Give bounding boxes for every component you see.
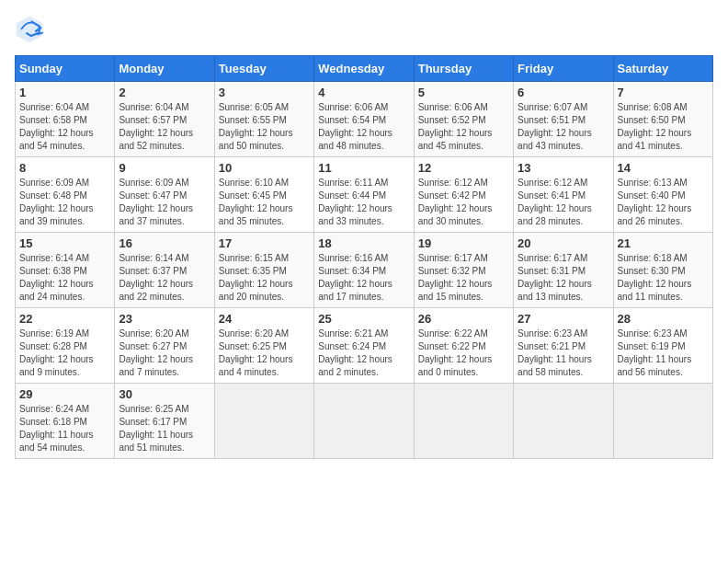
calendar-cell xyxy=(214,384,313,459)
day-info: Sunrise: 6:06 AMSunset: 6:54 PMDaylight:… xyxy=(318,101,409,153)
day-info: Sunrise: 6:14 AMSunset: 6:37 PMDaylight:… xyxy=(119,252,210,304)
calendar-cell: 10 Sunrise: 6:10 AMSunset: 6:45 PMDaylig… xyxy=(214,157,313,233)
day-info: Sunrise: 6:09 AMSunset: 6:48 PMDaylight:… xyxy=(19,177,110,228)
calendar-cell: 11 Sunrise: 6:11 AMSunset: 6:44 PMDaylig… xyxy=(314,157,414,233)
day-number: 15 xyxy=(19,236,110,250)
calendar-cell: 8 Sunrise: 6:09 AMSunset: 6:48 PMDayligh… xyxy=(16,157,115,233)
day-number: 12 xyxy=(418,161,509,175)
logo xyxy=(15,15,48,44)
day-number: 1 xyxy=(19,86,110,99)
day-header: Tuesday xyxy=(214,56,313,82)
day-info: Sunrise: 6:13 AMSunset: 6:40 PMDaylight:… xyxy=(618,177,709,228)
day-number: 19 xyxy=(418,236,509,250)
calendar-cell: 1 Sunrise: 6:04 AMSunset: 6:58 PMDayligh… xyxy=(16,82,115,157)
day-info: Sunrise: 6:22 AMSunset: 6:22 PMDaylight:… xyxy=(418,327,509,379)
day-number: 16 xyxy=(119,236,210,250)
calendar-cell: 3 Sunrise: 6:05 AMSunset: 6:55 PMDayligh… xyxy=(214,82,313,157)
day-info: Sunrise: 6:17 AMSunset: 6:31 PMDaylight:… xyxy=(518,252,609,304)
calendar-cell: 14 Sunrise: 6:13 AMSunset: 6:40 PMDaylig… xyxy=(613,157,712,233)
day-number: 7 xyxy=(618,86,709,99)
calendar-cell: 7 Sunrise: 6:08 AMSunset: 6:50 PMDayligh… xyxy=(613,82,712,157)
day-number: 28 xyxy=(618,312,709,326)
day-info: Sunrise: 6:12 AMSunset: 6:42 PMDaylight:… xyxy=(418,177,509,228)
day-number: 23 xyxy=(119,312,210,326)
calendar-cell: 28 Sunrise: 6:23 AMSunset: 6:19 PMDaylig… xyxy=(613,308,712,384)
day-info: Sunrise: 6:08 AMSunset: 6:50 PMDaylight:… xyxy=(618,101,709,153)
day-number: 10 xyxy=(219,161,310,175)
day-number: 13 xyxy=(518,161,609,175)
calendar-cell: 4 Sunrise: 6:06 AMSunset: 6:54 PMDayligh… xyxy=(314,82,414,157)
day-info: Sunrise: 6:10 AMSunset: 6:45 PMDaylight:… xyxy=(219,177,310,228)
day-info: Sunrise: 6:11 AMSunset: 6:44 PMDaylight:… xyxy=(318,177,409,228)
calendar-cell: 13 Sunrise: 6:12 AMSunset: 6:41 PMDaylig… xyxy=(514,157,613,233)
day-number: 5 xyxy=(418,86,509,99)
day-header: Thursday xyxy=(414,56,513,82)
calendar-cell: 24 Sunrise: 6:20 AMSunset: 6:25 PMDaylig… xyxy=(214,308,313,384)
day-number: 11 xyxy=(318,161,409,175)
day-info: Sunrise: 6:05 AMSunset: 6:55 PMDaylight:… xyxy=(219,101,310,153)
day-header: Saturday xyxy=(613,56,712,82)
calendar-week: 8 Sunrise: 6:09 AMSunset: 6:48 PMDayligh… xyxy=(16,157,713,233)
day-info: Sunrise: 6:21 AMSunset: 6:24 PMDaylight:… xyxy=(318,327,409,379)
day-number: 20 xyxy=(518,236,609,250)
calendar-cell: 15 Sunrise: 6:14 AMSunset: 6:38 PMDaylig… xyxy=(16,233,115,308)
day-number: 6 xyxy=(518,86,609,99)
day-info: Sunrise: 6:16 AMSunset: 6:34 PMDaylight:… xyxy=(318,252,409,304)
header-row: SundayMondayTuesdayWednesdayThursdayFrid… xyxy=(16,56,713,82)
calendar-cell: 19 Sunrise: 6:17 AMSunset: 6:32 PMDaylig… xyxy=(414,233,513,308)
day-info: Sunrise: 6:20 AMSunset: 6:25 PMDaylight:… xyxy=(219,327,310,379)
day-number: 22 xyxy=(19,312,110,326)
day-number: 30 xyxy=(119,387,210,401)
day-number: 26 xyxy=(418,312,509,326)
day-info: Sunrise: 6:06 AMSunset: 6:52 PMDaylight:… xyxy=(418,101,509,153)
day-header: Wednesday xyxy=(314,56,414,82)
day-number: 27 xyxy=(518,312,609,326)
day-info: Sunrise: 6:23 AMSunset: 6:19 PMDaylight:… xyxy=(618,327,709,379)
day-number: 8 xyxy=(19,161,110,175)
day-info: Sunrise: 6:15 AMSunset: 6:35 PMDaylight:… xyxy=(219,252,310,304)
calendar-cell: 5 Sunrise: 6:06 AMSunset: 6:52 PMDayligh… xyxy=(414,82,513,157)
calendar-week: 1 Sunrise: 6:04 AMSunset: 6:58 PMDayligh… xyxy=(16,82,713,157)
day-info: Sunrise: 6:12 AMSunset: 6:41 PMDaylight:… xyxy=(518,177,609,228)
day-info: Sunrise: 6:04 AMSunset: 6:57 PMDaylight:… xyxy=(119,101,210,153)
calendar-table: SundayMondayTuesdayWednesdayThursdayFrid… xyxy=(15,55,713,459)
calendar-cell: 6 Sunrise: 6:07 AMSunset: 6:51 PMDayligh… xyxy=(514,82,613,157)
day-number: 18 xyxy=(318,236,409,250)
calendar-cell: 21 Sunrise: 6:18 AMSunset: 6:30 PMDaylig… xyxy=(613,233,712,308)
calendar-cell: 18 Sunrise: 6:16 AMSunset: 6:34 PMDaylig… xyxy=(314,233,414,308)
day-header: Sunday xyxy=(16,56,115,82)
calendar-week: 15 Sunrise: 6:14 AMSunset: 6:38 PMDaylig… xyxy=(16,233,713,308)
day-info: Sunrise: 6:17 AMSunset: 6:32 PMDaylight:… xyxy=(418,252,509,304)
day-number: 2 xyxy=(119,86,210,99)
day-number: 25 xyxy=(318,312,409,326)
calendar-cell: 2 Sunrise: 6:04 AMSunset: 6:57 PMDayligh… xyxy=(115,82,214,157)
day-info: Sunrise: 6:24 AMSunset: 6:18 PMDaylight:… xyxy=(19,403,110,454)
day-info: Sunrise: 6:07 AMSunset: 6:51 PMDaylight:… xyxy=(518,101,609,153)
calendar-week: 29 Sunrise: 6:24 AMSunset: 6:18 PMDaylig… xyxy=(16,384,713,459)
calendar-cell: 23 Sunrise: 6:20 AMSunset: 6:27 PMDaylig… xyxy=(115,308,214,384)
day-number: 24 xyxy=(219,312,310,326)
day-header: Friday xyxy=(514,56,613,82)
page-header xyxy=(15,15,713,44)
calendar-cell xyxy=(314,384,414,459)
day-number: 9 xyxy=(119,161,210,175)
calendar-cell: 25 Sunrise: 6:21 AMSunset: 6:24 PMDaylig… xyxy=(314,308,414,384)
calendar-cell xyxy=(613,384,712,459)
calendar-cell: 12 Sunrise: 6:12 AMSunset: 6:42 PMDaylig… xyxy=(414,157,513,233)
day-info: Sunrise: 6:09 AMSunset: 6:47 PMDaylight:… xyxy=(119,177,210,228)
day-number: 17 xyxy=(219,236,310,250)
day-info: Sunrise: 6:25 AMSunset: 6:17 PMDaylight:… xyxy=(119,403,210,454)
day-info: Sunrise: 6:20 AMSunset: 6:27 PMDaylight:… xyxy=(119,327,210,379)
day-number: 29 xyxy=(19,387,110,401)
calendar-cell: 26 Sunrise: 6:22 AMSunset: 6:22 PMDaylig… xyxy=(414,308,513,384)
logo-icon xyxy=(15,15,44,44)
day-number: 3 xyxy=(219,86,310,99)
calendar-cell: 29 Sunrise: 6:24 AMSunset: 6:18 PMDaylig… xyxy=(16,384,115,459)
day-info: Sunrise: 6:14 AMSunset: 6:38 PMDaylight:… xyxy=(19,252,110,304)
calendar-cell: 16 Sunrise: 6:14 AMSunset: 6:37 PMDaylig… xyxy=(115,233,214,308)
day-number: 4 xyxy=(318,86,409,99)
calendar-week: 22 Sunrise: 6:19 AMSunset: 6:28 PMDaylig… xyxy=(16,308,713,384)
day-info: Sunrise: 6:23 AMSunset: 6:21 PMDaylight:… xyxy=(518,327,609,379)
day-header: Monday xyxy=(115,56,214,82)
calendar-cell: 30 Sunrise: 6:25 AMSunset: 6:17 PMDaylig… xyxy=(115,384,214,459)
